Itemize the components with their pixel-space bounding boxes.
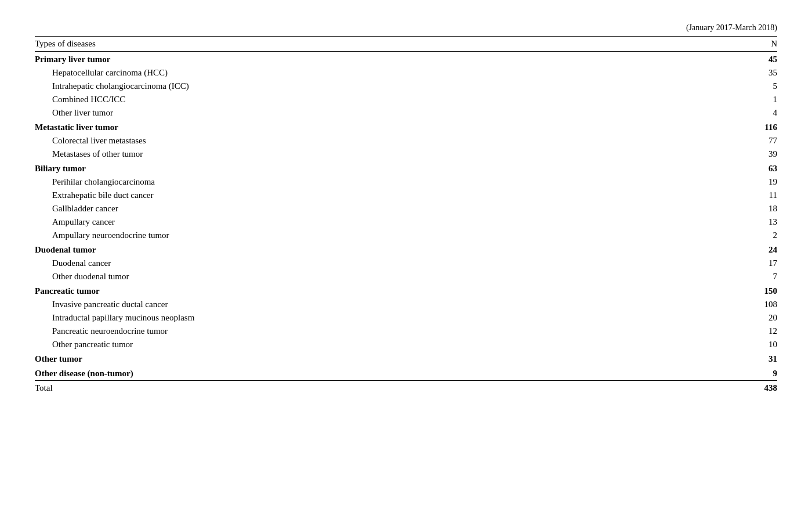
row-value: 1: [661, 93, 777, 106]
table-row-sub: Other duodenal tumor7: [35, 270, 777, 283]
row-value: 20: [661, 311, 777, 325]
row-label: Other tumor: [35, 351, 661, 366]
table-row-sub: Other liver tumor4: [35, 106, 777, 120]
row-label: Extrahepatic bile duct cancer: [35, 189, 661, 202]
table-row-sub: Duodenal cancer17: [35, 257, 777, 270]
row-label: Intraductal papillary mucinous neoplasm: [35, 311, 661, 325]
row-label: Pancreatic neuroendocrine tumor: [35, 325, 661, 338]
row-value: 19: [661, 175, 777, 189]
row-value: 24: [661, 242, 777, 257]
row-value: 39: [661, 147, 777, 161]
table-row-sub: Extrahepatic bile duct cancer11: [35, 189, 777, 202]
table-header-row: Types of diseases N: [35, 37, 777, 52]
table-row-category: Primary liver tumor45: [35, 52, 777, 67]
row-label: Duodenal cancer: [35, 257, 661, 270]
table-row-sub: Metastases of other tumor39: [35, 147, 777, 161]
row-value: 10: [661, 338, 777, 351]
row-label: Hepatocellular carcinoma (HCC): [35, 66, 661, 80]
table-row-category: Duodenal tumor24: [35, 242, 777, 257]
table-row-sub: Perihilar cholangiocarcinoma19: [35, 175, 777, 189]
table-row-category: Other tumor31: [35, 351, 777, 366]
row-label: Other liver tumor: [35, 106, 661, 120]
row-label: Other duodenal tumor: [35, 270, 661, 283]
row-label: Other disease (non-tumor): [35, 366, 661, 381]
table-row-total: Total438: [35, 381, 777, 395]
row-value: 7: [661, 270, 777, 283]
row-value: 150: [661, 283, 777, 298]
row-value: 4: [661, 106, 777, 120]
row-label: Duodenal tumor: [35, 242, 661, 257]
disease-table: Types of diseases N Primary liver tumor4…: [35, 36, 777, 395]
table-row-category: Pancreatic tumor150: [35, 283, 777, 298]
row-value: 13: [661, 215, 777, 229]
row-label: Metastatic liver tumor: [35, 120, 661, 134]
row-value: 45: [661, 52, 777, 67]
table-row-sub: Intraductal papillary mucinous neoplasm2…: [35, 311, 777, 325]
table-row-sub: Other pancreatic tumor10: [35, 338, 777, 351]
row-value: 11: [661, 189, 777, 202]
table-row-category: Biliary tumor63: [35, 161, 777, 175]
row-value: 63: [661, 161, 777, 175]
table-row-sub: Ampullary neuroendocrine tumor2: [35, 229, 777, 242]
table-row-category: Other disease (non-tumor)9: [35, 366, 777, 381]
table-row-category: Metastatic liver tumor116: [35, 120, 777, 134]
row-label: Primary liver tumor: [35, 52, 661, 67]
row-label: Invasive pancreatic ductal cancer: [35, 298, 661, 311]
row-label: Perihilar cholangiocarcinoma: [35, 175, 661, 189]
row-value: 77: [661, 134, 777, 147]
row-label: Colorectal liver metastases: [35, 134, 661, 147]
table-row-sub: Combined HCC/ICC1: [35, 93, 777, 106]
row-label: Intrahepatic cholangiocarcinoma (ICC): [35, 80, 661, 93]
row-label: Total: [35, 381, 661, 395]
row-value: 12: [661, 325, 777, 338]
row-label: Ampullary cancer: [35, 215, 661, 229]
table-row-sub: Gallbladder cancer18: [35, 202, 777, 215]
table-row-sub: Invasive pancreatic ductal cancer108: [35, 298, 777, 311]
table-row-sub: Intrahepatic cholangiocarcinoma (ICC)5: [35, 80, 777, 93]
row-value: 116: [661, 120, 777, 134]
row-label: Biliary tumor: [35, 161, 661, 175]
row-label: Combined HCC/ICC: [35, 93, 661, 106]
row-label: Gallbladder cancer: [35, 202, 661, 215]
row-label: Metastases of other tumor: [35, 147, 661, 161]
row-value: 17: [661, 257, 777, 270]
col-disease-header: Types of diseases: [35, 37, 661, 52]
row-value: 31: [661, 351, 777, 366]
row-label: Pancreatic tumor: [35, 283, 661, 298]
table-row-sub: Colorectal liver metastases77: [35, 134, 777, 147]
row-label: Ampullary neuroendocrine tumor: [35, 229, 661, 242]
row-label: Other pancreatic tumor: [35, 338, 661, 351]
row-value: 35: [661, 66, 777, 80]
date-range: (January 2017-March 2018): [35, 23, 777, 33]
row-value: 2: [661, 229, 777, 242]
row-value: 108: [661, 298, 777, 311]
row-value: 5: [661, 80, 777, 93]
row-value: 18: [661, 202, 777, 215]
row-value: 9: [661, 366, 777, 381]
row-value: 438: [661, 381, 777, 395]
table-row-sub: Ampullary cancer13: [35, 215, 777, 229]
table-row-sub: Pancreatic neuroendocrine tumor12: [35, 325, 777, 338]
table-row-sub: Hepatocellular carcinoma (HCC)35: [35, 66, 777, 80]
col-n-header: N: [661, 37, 777, 52]
